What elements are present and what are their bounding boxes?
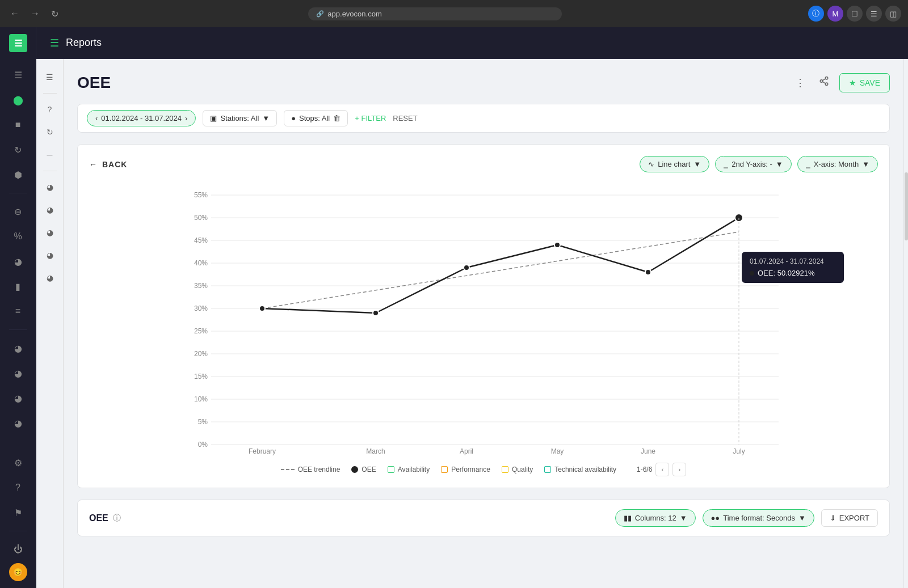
browser-sidebar-toggle[interactable]: ◫ xyxy=(885,6,901,22)
legend-oee: OEE xyxy=(351,466,376,473)
pagination-prev-button[interactable]: ‹ xyxy=(655,463,669,476)
report-content: OEE ⋮ ★ SAVE xyxy=(64,59,903,588)
columns-chevron-icon: ▼ xyxy=(680,514,687,522)
sub-nav-coin-5[interactable]: ◕ xyxy=(41,269,59,287)
sub-nav-coin-1[interactable]: ◕ xyxy=(41,178,59,196)
svg-text:May: May xyxy=(551,447,564,455)
sub-nav-divider-2 xyxy=(43,171,57,171)
time-format-chevron-icon: ▼ xyxy=(798,514,806,522)
sidebar-item-target[interactable]: ⬤ xyxy=(7,88,30,111)
sub-nav-help-icon[interactable]: ? xyxy=(41,100,59,119)
sub-nav-filter-icon[interactable]: ☰ xyxy=(41,68,59,86)
page-header-actions: ⋮ ★ SAVE xyxy=(792,73,890,92)
browser-chrome: ← → ↻ 🔗 app.evocon.com ⓘ M ☐ ☰ ◫ xyxy=(0,0,908,27)
add-filter-button[interactable]: + FILTER xyxy=(355,114,386,122)
bottom-info-icon[interactable]: ⓘ xyxy=(113,513,121,523)
chevron-right-icon: › xyxy=(185,114,187,122)
x-axis-button[interactable]: ⎯ X-axis: Month ▼ xyxy=(797,156,878,172)
line-chart-button[interactable]: ∿ Line chart ▼ xyxy=(640,156,709,172)
sidebar-item-nav[interactable]: ☰ xyxy=(7,64,30,86)
sidebar-item-minus[interactable]: ⊖ xyxy=(7,200,30,223)
legend-pagination: 1-6/6 ‹ › xyxy=(637,463,686,476)
sidebar-divider-2 xyxy=(9,329,27,330)
sidebar-item-c3[interactable]: ◕ xyxy=(7,387,30,409)
save-button[interactable]: ★ SAVE xyxy=(839,73,890,92)
address-bar[interactable]: 🔗 app.evocon.com xyxy=(308,7,561,20)
sidebar-power-button[interactable]: ⏻ xyxy=(7,538,30,561)
nav-forward-button[interactable]: → xyxy=(27,6,43,21)
browser-ext-2[interactable]: M xyxy=(827,6,843,22)
svg-text:10%: 10% xyxy=(194,395,208,403)
pagination-next-button[interactable]: › xyxy=(672,463,686,476)
legend-trendline: OEE trendline xyxy=(281,466,340,473)
page-title: OEE xyxy=(77,74,111,92)
browser-ext-4[interactable]: ☰ xyxy=(866,6,882,22)
sidebar-item-list[interactable]: ≡ xyxy=(7,300,30,323)
sidebar-settings-button[interactable]: ⚙ xyxy=(7,451,30,474)
sidebar-help-button[interactable]: ? xyxy=(7,476,30,499)
save-label: SAVE xyxy=(860,78,880,87)
browser-ext-1[interactable]: ⓘ xyxy=(808,6,824,22)
svg-point-0 xyxy=(825,77,828,80)
sidebar-avatar[interactable]: 😊 xyxy=(9,563,27,581)
time-format-button[interactable]: ●● Time format: Seconds ▼ xyxy=(703,509,814,527)
sidebar-item-c1[interactable]: ◕ xyxy=(7,337,30,359)
date-range-button[interactable]: ‹ 01.02.2024 - 31.07.2024 › xyxy=(87,110,196,126)
line-chart-icon: ∿ xyxy=(648,160,654,168)
browser-actions: ⓘ M ☐ ☰ ◫ xyxy=(808,6,901,22)
columns-button[interactable]: ▮▮ Columns: 12 ▼ xyxy=(615,509,696,527)
export-button[interactable]: ⇓ EXPORT xyxy=(821,509,878,527)
svg-text:40%: 40% xyxy=(194,259,208,267)
svg-point-1 xyxy=(820,80,823,83)
hamburger-icon[interactable]: ☰ xyxy=(50,37,59,49)
legend-quality: Quality xyxy=(502,466,533,473)
technical-availability-label: Technical availability xyxy=(554,466,616,473)
url-lock-icon: 🔗 xyxy=(316,10,324,18)
share-button[interactable] xyxy=(815,73,833,92)
more-options-button[interactable]: ⋮ xyxy=(792,73,809,92)
sidebar-item-hex[interactable]: ⬢ xyxy=(7,163,30,186)
nav-refresh-button[interactable]: ↻ xyxy=(48,6,62,22)
sidebar-item-dashboard[interactable]: ■ xyxy=(7,113,30,136)
sidebar-item-c2[interactable]: ◕ xyxy=(7,362,30,384)
sub-nav-coin-2[interactable]: ◕ xyxy=(41,201,59,219)
logo-icon: ☰ xyxy=(14,38,22,49)
sub-nav-minus-icon[interactable]: ─ xyxy=(41,146,59,164)
add-filter-label: + FILTER xyxy=(355,114,386,122)
svg-text:June: June xyxy=(641,447,655,455)
oee-label: OEE xyxy=(361,466,376,473)
right-scrollbar[interactable] xyxy=(903,59,908,588)
sidebar-item-pie[interactable]: ◕ xyxy=(7,250,30,273)
filter-bar: ‹ 01.02.2024 - 31.07.2024 › ▣ Stations: … xyxy=(77,104,890,133)
x-axis-label: X-axis: Month xyxy=(814,160,859,168)
x-axis-chevron-icon: ▼ xyxy=(862,160,869,168)
scrollbar-thumb[interactable] xyxy=(905,172,908,240)
stops-filter-button[interactable]: ● Stops: All 🗑 xyxy=(284,110,348,126)
bottom-section: OEE ⓘ ▮▮ Columns: 12 ▼ ●● Time format: S… xyxy=(77,500,890,536)
stations-chevron-icon: ▼ xyxy=(262,114,270,122)
back-button[interactable]: ← BACK xyxy=(89,160,127,169)
stops-delete-icon: 🗑 xyxy=(333,114,340,122)
svg-text:0%: 0% xyxy=(198,441,208,449)
sidebar-item-c4[interactable]: ◕ xyxy=(7,412,30,434)
stations-filter-button[interactable]: ▣ Stations: All ▼ xyxy=(203,110,277,126)
x-axis-icon: ⎯ xyxy=(806,160,810,168)
sidebar-item-percent[interactable]: % xyxy=(7,225,30,248)
sub-nav-coin-4[interactable]: ◕ xyxy=(41,246,59,264)
chart-controls: ∿ Line chart ▼ ⎯ 2nd Y-axis: - ▼ ⎯ xyxy=(640,156,878,172)
svg-text:April: April xyxy=(460,447,473,455)
sub-nav: ☰ ? ↻ ─ ◕ ◕ ◕ ◕ ◕ xyxy=(36,59,64,588)
nav-back-button[interactable]: ← xyxy=(7,6,23,21)
chart-container: 0% 5% 10% 15% 20% 25% 30% 35% 40% 45% 50 xyxy=(89,184,878,458)
sub-nav-refresh-icon[interactable]: ↻ xyxy=(41,123,59,141)
second-y-axis-button[interactable]: ⎯ 2nd Y-axis: - ▼ xyxy=(715,156,791,172)
sub-nav-coin-3[interactable]: ◕ xyxy=(41,223,59,242)
sidebar-item-refresh[interactable]: ↻ xyxy=(7,138,30,161)
sidebar-item-bar[interactable]: ▮ xyxy=(7,275,30,298)
columns-label: Columns: 12 xyxy=(635,514,676,522)
browser-ext-3[interactable]: ☐ xyxy=(847,6,863,22)
pagination-text: 1-6/6 xyxy=(637,466,652,473)
sidebar-flag-button[interactable]: ⚑ xyxy=(7,501,30,524)
sidebar: ☰ ☰ ⬤ ■ ↻ ⬢ ⊖ % ◕ ▮ ≡ ◕ ◕ ◕ ◕ ⚙ ? ⚑ ⏻ 😊 xyxy=(0,27,36,588)
reset-button[interactable]: RESET xyxy=(393,114,417,122)
